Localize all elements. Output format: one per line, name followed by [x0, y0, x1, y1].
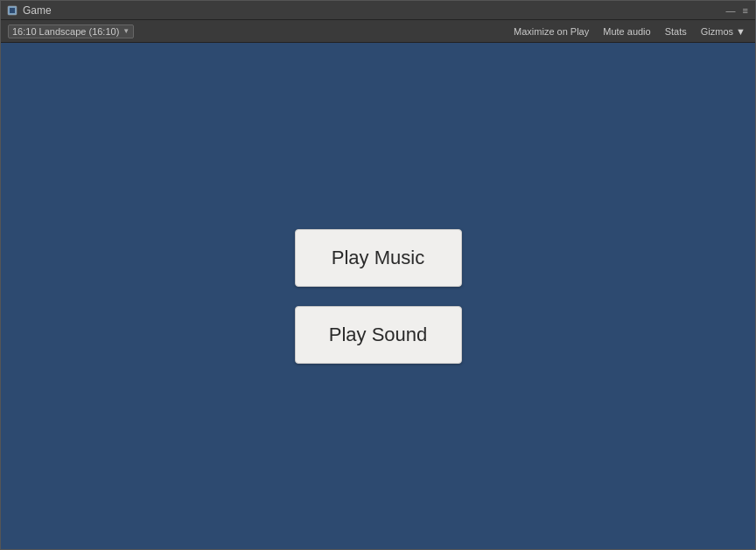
window-title: Game — [23, 4, 724, 17]
minimize-button[interactable]: — — [724, 4, 738, 17]
svg-rect-1 — [10, 8, 15, 13]
menu-button[interactable]: ≡ — [741, 4, 750, 17]
gizmos-button[interactable]: Gizmos ▼ — [698, 25, 748, 38]
title-bar-controls: — ≡ — [724, 4, 750, 17]
mute-audio-button[interactable]: Mute audio — [600, 25, 653, 38]
title-bar: Game — ≡ — [1, 1, 755, 20]
resolution-dropdown[interactable]: 16:10 Landscape (16:10) ▼ — [8, 24, 134, 38]
game-view: Play Music Play Sound — [1, 43, 755, 549]
stats-button[interactable]: Stats — [662, 25, 690, 38]
play-music-button[interactable]: Play Music — [295, 229, 462, 287]
game-window-icon — [6, 4, 18, 17]
unity-game-window: Game — ≡ 16:10 Landscape (16:10) ▼ Maxim… — [0, 0, 756, 550]
play-sound-button[interactable]: Play Sound — [295, 306, 462, 364]
toolbar: 16:10 Landscape (16:10) ▼ Maximize on Pl… — [1, 20, 755, 43]
toolbar-right: Maximize on Play Mute audio Stats Gizmos… — [511, 25, 748, 38]
maximize-on-play-button[interactable]: Maximize on Play — [511, 25, 592, 38]
toolbar-left: 16:10 Landscape (16:10) ▼ — [8, 24, 500, 38]
dropdown-arrow-icon: ▼ — [122, 27, 130, 35]
resolution-label: 16:10 Landscape (16:10) — [12, 26, 119, 37]
